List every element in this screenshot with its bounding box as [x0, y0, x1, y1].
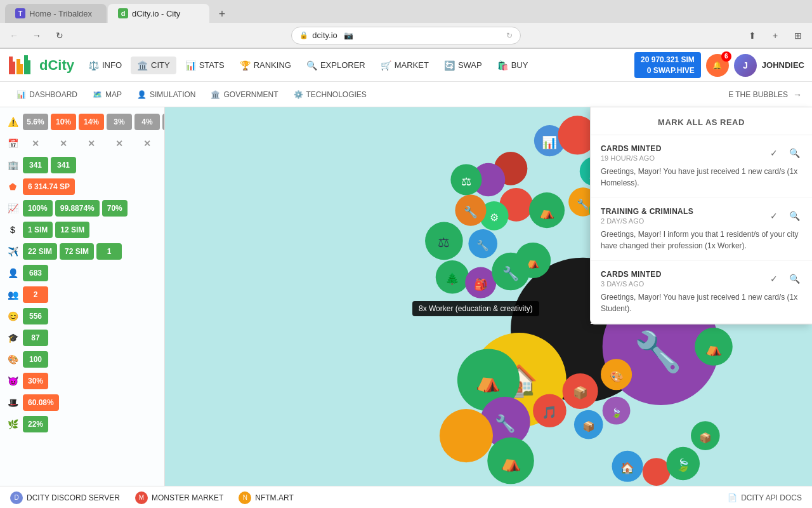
subnav-government[interactable]: 🏛️ GOVERNMENT	[204, 86, 284, 103]
stat-row-sp: ⬟ 6 314.74 SP	[5, 177, 159, 196]
svg-rect-4	[24, 60, 30, 74]
simulation-label: SIMULATION	[150, 90, 195, 99]
notif-item-1-title: CARDS MINTED	[601, 144, 662, 153]
notification-panel: MARK ALL AS READ CARDS MINTED 19 HOUR/S …	[590, 107, 812, 324]
notif-item-1-check[interactable]: ✓	[766, 145, 782, 161]
user-avatar[interactable]: J	[734, 54, 757, 77]
nav-buy[interactable]: 🛍️ BUY	[491, 57, 535, 74]
stat-row-close: 📅 ✕ ✕ ✕ ✕ ✕ ✕	[5, 134, 159, 153]
stat-row-pct: 📈 100% 99.8874% 70%	[5, 199, 159, 218]
notif-item-1-actions: ✓ 🔍	[766, 145, 802, 161]
discord-link[interactable]: D DCITY DISCORD SERVER	[10, 491, 120, 504]
notif-title: MARK ALL AS READ	[601, 117, 802, 127]
svg-text:🔧: 🔧	[502, 265, 520, 282]
reload-button[interactable]: ↻	[51, 27, 69, 44]
svg-point-69	[643, 458, 671, 486]
api-docs-link[interactable]: 📄 DCITY API DOCS	[728, 493, 802, 502]
notif-item-1-search[interactable]: 🔍	[787, 145, 802, 161]
notif-item-3-body: Greetings, Mayor! You have just received…	[601, 291, 802, 314]
close-btn-4[interactable]: ✕	[107, 135, 132, 152]
notif-item-1-header: CARDS MINTED 19 HOUR/S AGO ✓ 🔍	[601, 144, 802, 162]
stat-buildings-2: 341	[51, 157, 76, 173]
logo[interactable]: dCity	[8, 50, 74, 81]
address-bar[interactable]: 🔒 dcity.io 📷 ↻	[291, 27, 520, 44]
nav-market[interactable]: 🛒 MARKET	[374, 57, 435, 74]
arrow-icon[interactable]: →	[793, 90, 802, 100]
subnav-dashboard[interactable]: 📊 DASHBOARD	[10, 86, 84, 103]
swap-icon: 🔄	[444, 60, 455, 70]
wallet-balance[interactable]: 20 970.321 SIM 0 SWAP.HIVE	[634, 52, 701, 79]
share-button[interactable]: ⬆	[743, 27, 761, 44]
tab-tribaldex[interactable]: T Home - Tribaldex	[5, 4, 107, 23]
monster-link[interactable]: M MONSTER MARKET	[135, 491, 223, 504]
nav-stats[interactable]: 📊 STATS	[179, 57, 231, 74]
nav-info-label: INFO	[102, 60, 122, 70]
government-icon: 🏛️	[211, 90, 220, 99]
stat-row-buildings: 🏢 341 341	[5, 156, 159, 175]
username: JOHNDIEC	[762, 60, 804, 70]
stat-warning-1: 5.6%	[23, 114, 48, 130]
stat-pct-2: 99.8874%	[55, 200, 100, 217]
nav-explorer[interactable]: 🔍 EXPLORER	[300, 57, 372, 74]
svg-text:🔧: 🔧	[495, 413, 516, 434]
nav-swap-label: SWAP	[458, 60, 482, 70]
nav-city[interactable]: 🏛️ CITY	[131, 57, 176, 74]
browser-tabs: T Home - Tribaldex d dCity.io - City +	[0, 0, 812, 23]
close-btn-3[interactable]: ✕	[79, 135, 104, 152]
stat-warning-4: 3%	[107, 114, 132, 130]
person-icon: 👤	[5, 265, 20, 281]
nav-swap[interactable]: 🔄 SWAP	[438, 57, 488, 74]
new-tab-toolbar-button[interactable]: +	[766, 27, 784, 44]
forward-button[interactable]: →	[28, 27, 46, 44]
stat-plane-1: 22 SIM	[23, 243, 57, 260]
stats-icon: 📊	[185, 60, 196, 70]
technologies-icon: ⚙️	[294, 90, 303, 99]
stat-pct-3: 70%	[102, 200, 128, 217]
notif-item-2-search[interactable]: 🔍	[787, 208, 802, 224]
new-tab-button[interactable]: +	[213, 5, 231, 23]
notif-item-1-info: CARDS MINTED 19 HOUR/S AGO	[601, 144, 662, 162]
svg-text:⚙: ⚙	[490, 212, 499, 223]
nature-icon: 🌿	[5, 417, 20, 432]
svg-text:🏠: 🏠	[620, 461, 634, 475]
bell-icon: 🔔	[712, 61, 722, 70]
subnav-simulation[interactable]: 👤 SIMULATION	[131, 86, 202, 103]
tax-icon: 🎩	[5, 395, 20, 410]
svg-text:⛺: ⛺	[539, 205, 555, 220]
stat-row-plane: ✈️ 22 SIM 72 SIM 1	[5, 242, 159, 261]
nav-info[interactable]: ⚖️ INFO	[82, 57, 128, 74]
close-btn-1[interactable]: ✕	[23, 135, 48, 152]
stat-row-community: 👥 2	[5, 285, 159, 304]
nav-ranking-label: RANKING	[254, 60, 291, 70]
svg-rect-2	[16, 64, 23, 74]
nftm-link[interactable]: N NFTM.ART	[239, 491, 293, 504]
close-btn-2[interactable]: ✕	[51, 135, 76, 152]
subnav-technologies[interactable]: ⚙️ TECHNOLOGIES	[287, 86, 373, 103]
tab-dcity[interactable]: d dCity.io - City	[108, 4, 209, 23]
notif-item-3-search[interactable]: 🔍	[787, 271, 802, 286]
svg-text:📦: 📦	[699, 432, 712, 444]
notif-item-2-check[interactable]: ✓	[766, 208, 782, 224]
smile-icon: 😊	[5, 309, 20, 324]
map-label: MAP	[105, 90, 122, 99]
graduation-icon: 🎓	[5, 330, 20, 345]
tribaldex-tab-label: Home - Tribaldex	[29, 9, 92, 18]
logo-text: dCity	[39, 57, 74, 74]
grid-button[interactable]: ⊞	[789, 27, 807, 44]
close-btn-5[interactable]: ✕	[134, 135, 160, 152]
city-icon: 🏛️	[137, 60, 148, 70]
svg-text:📦: 📦	[573, 385, 589, 400]
stat-population: 683	[23, 265, 48, 281]
stat-sim-2: 12 SIM	[55, 222, 89, 238]
notifications-button[interactable]: 🔔 6	[706, 54, 729, 77]
stat-creativity: 100	[23, 351, 48, 368]
buy-icon: 🛍️	[497, 60, 508, 70]
stat-happiness: 556	[23, 308, 48, 324]
nav-ranking[interactable]: 🏆 RANKING	[233, 57, 298, 74]
notif-item-3-check[interactable]: ✓	[766, 271, 782, 286]
stat-tax: 60.08%	[23, 394, 59, 411]
svg-rect-5	[24, 55, 28, 62]
back-button[interactable]: ←	[5, 27, 23, 44]
subnav-map[interactable]: 🗺️ MAP	[86, 86, 128, 103]
notif-item-2-title: TRAINING & CRIMINALS	[601, 207, 693, 216]
